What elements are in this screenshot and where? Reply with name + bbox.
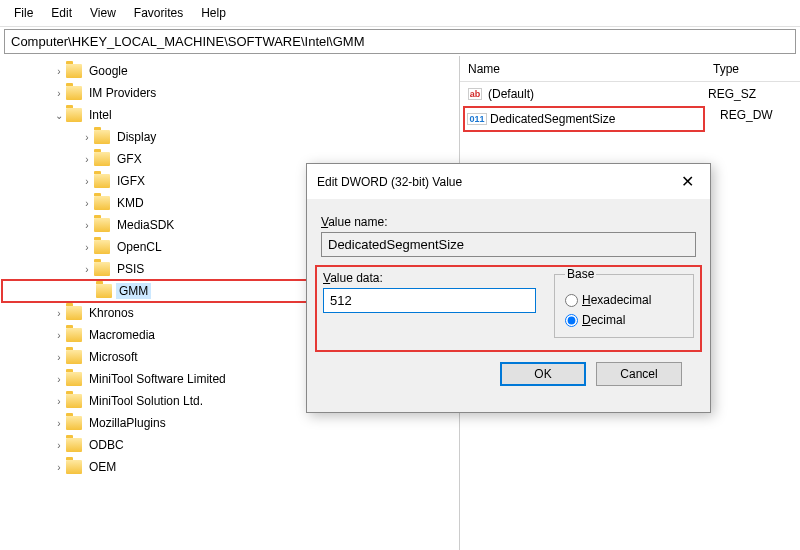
folder-icon	[94, 174, 110, 188]
folder-icon	[66, 350, 82, 364]
chevron-right-icon[interactable]: ›	[52, 396, 66, 407]
tree-item-oem[interactable]: ›OEM	[0, 456, 459, 478]
chevron-right-icon[interactable]: ›	[80, 264, 94, 275]
chevron-right-icon[interactable]: ›	[80, 198, 94, 209]
tree-item-label: MozillaPlugins	[86, 415, 169, 431]
tree-item-label: MiniTool Solution Ltd.	[86, 393, 206, 409]
folder-icon	[94, 130, 110, 144]
folder-icon	[66, 438, 82, 452]
list-row[interactable]: ab(Default)REG_SZ	[460, 82, 800, 106]
menu-file[interactable]: File	[6, 4, 41, 22]
radio-decimal[interactable]	[565, 314, 578, 327]
ok-button[interactable]: OK	[500, 362, 586, 386]
tree-item-label: Microsoft	[86, 349, 141, 365]
tree-item-label: GMM	[116, 283, 151, 299]
chevron-right-icon[interactable]: ›	[80, 154, 94, 165]
edit-dword-dialog: Edit DWORD (32-bit) Value ✕ Value name: …	[306, 163, 711, 413]
folder-icon	[66, 86, 82, 100]
tree-item-label: MediaSDK	[114, 217, 177, 233]
tree-item-label: Display	[114, 129, 159, 145]
tree-item-google[interactable]: ›Google	[0, 60, 459, 82]
folder-icon	[66, 394, 82, 408]
tree-item-label: GFX	[114, 151, 145, 167]
chevron-down-icon[interactable]: ⌄	[52, 110, 66, 121]
tree-item-label: Google	[86, 63, 131, 79]
folder-icon	[66, 328, 82, 342]
address-bar[interactable]: Computer\HKEY_LOCAL_MACHINE\SOFTWARE\Int…	[4, 29, 796, 54]
tree-item-label: PSIS	[114, 261, 147, 277]
menu-edit[interactable]: Edit	[43, 4, 80, 22]
folder-icon	[66, 372, 82, 386]
hex-label: Hexadecimal	[582, 293, 651, 307]
folder-icon	[94, 240, 110, 254]
dialog-titlebar[interactable]: Edit DWORD (32-bit) Value ✕	[307, 164, 710, 199]
folder-icon	[94, 152, 110, 166]
folder-icon	[66, 108, 82, 122]
tree-item-label: KMD	[114, 195, 147, 211]
list-row[interactable]: 011DedicatedSegmentSize	[464, 107, 704, 131]
tree-item-intel[interactable]: ⌄Intel	[0, 104, 459, 126]
menu-view[interactable]: View	[82, 4, 124, 22]
tree-item-label: ODBC	[86, 437, 127, 453]
value-name-label: Value name:	[321, 215, 696, 229]
folder-icon	[66, 460, 82, 474]
value-type: REG_SZ	[708, 87, 756, 101]
folder-icon	[66, 64, 82, 78]
tree-item-label: OEM	[86, 459, 119, 475]
reg-dword-icon: 011	[468, 110, 486, 128]
tree-item-label: MiniTool Software Limited	[86, 371, 229, 387]
chevron-right-icon[interactable]: ›	[80, 242, 94, 253]
chevron-right-icon[interactable]: ›	[80, 176, 94, 187]
tree-item-mozillaplugins[interactable]: ›MozillaPlugins	[0, 412, 459, 434]
chevron-right-icon[interactable]: ›	[52, 352, 66, 363]
value-type: REG_DW	[720, 108, 773, 122]
base-legend: Base	[565, 267, 596, 281]
folder-icon	[66, 306, 82, 320]
tree-item-label: Macromedia	[86, 327, 158, 343]
tree-item-label: IGFX	[114, 173, 148, 189]
radio-hexadecimal[interactable]	[565, 294, 578, 307]
list-header: Name Type	[460, 56, 800, 82]
menubar: File Edit View Favorites Help	[0, 0, 800, 27]
chevron-right-icon[interactable]: ›	[52, 88, 66, 99]
value-data-label: Value data:	[323, 271, 536, 285]
dec-label: Decimal	[582, 313, 625, 327]
chevron-right-icon[interactable]: ›	[52, 462, 66, 473]
dialog-title: Edit DWORD (32-bit) Value	[317, 175, 462, 189]
reg-sz-icon: ab	[466, 85, 484, 103]
column-type[interactable]: Type	[705, 58, 800, 80]
value-name: (Default)	[488, 87, 708, 101]
column-name[interactable]: Name	[460, 58, 705, 80]
highlighted-value-section: Value data: Base Hexadecimal Decimal	[315, 265, 702, 352]
chevron-right-icon[interactable]: ›	[52, 440, 66, 451]
chevron-right-icon[interactable]: ›	[52, 374, 66, 385]
tree-item-label: IM Providers	[86, 85, 159, 101]
close-icon[interactable]: ✕	[675, 172, 700, 191]
folder-icon	[94, 196, 110, 210]
chevron-right-icon[interactable]: ›	[80, 220, 94, 231]
tree-item-label: Khronos	[86, 305, 137, 321]
tree-item-display[interactable]: ›Display	[0, 126, 459, 148]
folder-icon	[94, 262, 110, 276]
chevron-right-icon[interactable]: ›	[52, 308, 66, 319]
chevron-right-icon[interactable]: ›	[52, 66, 66, 77]
tree-item-odbc[interactable]: ›ODBC	[0, 434, 459, 456]
tree-item-label: Intel	[86, 107, 115, 123]
folder-icon	[66, 416, 82, 430]
value-name-field	[321, 232, 696, 257]
chevron-right-icon[interactable]: ›	[80, 132, 94, 143]
tree-item-label: OpenCL	[114, 239, 165, 255]
folder-icon	[94, 218, 110, 232]
value-data-field[interactable]	[323, 288, 536, 313]
cancel-button[interactable]: Cancel	[596, 362, 682, 386]
base-fieldset: Base Hexadecimal Decimal	[554, 267, 694, 338]
chevron-right-icon[interactable]: ›	[52, 418, 66, 429]
value-name: DedicatedSegmentSize	[490, 112, 704, 126]
chevron-right-icon[interactable]: ›	[52, 330, 66, 341]
menu-favorites[interactable]: Favorites	[126, 4, 191, 22]
menu-help[interactable]: Help	[193, 4, 234, 22]
tree-item-im-providers[interactable]: ›IM Providers	[0, 82, 459, 104]
folder-icon	[96, 284, 112, 298]
